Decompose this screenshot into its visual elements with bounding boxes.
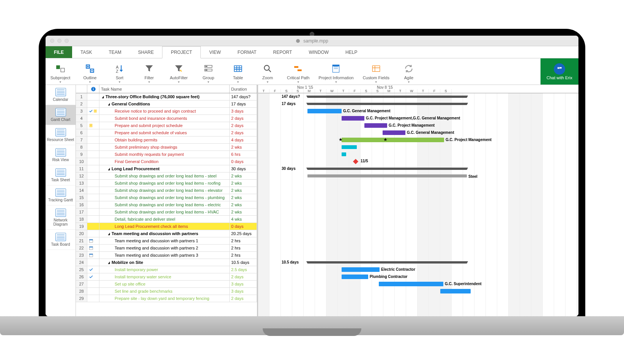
row-number[interactable]: 7	[76, 136, 87, 143]
ribbon-sort[interactable]: AZSort▼	[105, 58, 134, 85]
task-name-cell[interactable]: Long Lead Procurement	[99, 165, 230, 172]
task-row[interactable]: 14Submit shop drawings and order long le…	[76, 187, 257, 194]
ribbon-critical-path[interactable]: Critical Path▼	[282, 58, 314, 85]
traffic-lights[interactable]	[50, 39, 69, 43]
task-name-cell[interactable]: Prepare site - lay down yard and tempora…	[99, 295, 230, 302]
duration-cell[interactable]: 0 days	[230, 223, 257, 230]
duration-cell[interactable]: 2 wks	[230, 180, 257, 187]
row-number[interactable]: 19	[76, 223, 87, 230]
sidebar-tracking-gantt[interactable]: Tracking Gantt	[46, 185, 76, 206]
duration-cell[interactable]: 2.5 days	[230, 266, 257, 273]
row-number[interactable]: 22	[76, 245, 87, 251]
row-number[interactable]: 4	[76, 115, 87, 122]
duration-cell[interactable]: 2 days	[230, 273, 257, 280]
row-number[interactable]: 1	[76, 93, 87, 100]
ribbon-table[interactable]: Table▼	[223, 58, 253, 85]
duration-cell[interactable]: 6 hrs	[230, 151, 257, 158]
summary-bar[interactable]	[307, 103, 467, 105]
task-row[interactable]: 21Team meeting and discussion with partn…	[76, 237, 257, 245]
task-row[interactable]: 9Submit monthly requests for payment6 hr…	[76, 151, 257, 158]
task-row[interactable]: 15Submit shop drawings and order long le…	[76, 194, 257, 201]
duration-cell[interactable]: 2 wks	[230, 144, 257, 151]
task-row[interactable]: 8Submit preliminary shop drawings2 wks	[76, 144, 257, 151]
row-number[interactable]: 15	[76, 194, 87, 201]
task-row[interactable]: 11Long Lead Procurement30 days	[76, 165, 257, 173]
task-bar[interactable]: Electric Contractor	[342, 267, 380, 272]
duration-cell[interactable]: 2 wks	[230, 209, 257, 215]
task-name-cell[interactable]: Prepare and submit schedule of values	[99, 129, 230, 136]
task-name-cell[interactable]: Team meeting and discussion with partner…	[99, 237, 230, 244]
row-number[interactable]: 16	[76, 201, 87, 208]
task-name-cell[interactable]: Three-story Office Building (76,000 squa…	[99, 93, 230, 100]
task-name-cell[interactable]: Submit monthly requests for payment	[99, 151, 230, 158]
ribbon-outline[interactable]: Outline▼	[75, 58, 105, 85]
task-row[interactable]: 24Mobilize on Site10.5 days	[76, 259, 257, 266]
row-number[interactable]: 12	[76, 173, 87, 179]
duration-cell[interactable]: 2 hrs	[230, 245, 257, 251]
task-row[interactable]: 6Prepare and submit schedule of values2 …	[76, 129, 257, 136]
duration-cell[interactable]: 2 days	[230, 295, 257, 302]
task-name-cell[interactable]: Detail, fabricate and deliver steel	[99, 216, 230, 223]
duration-cell[interactable]: 2 wks	[230, 201, 257, 208]
task-row[interactable]: 29Prepare site - lay down yard and tempo…	[76, 295, 257, 302]
duration-cell[interactable]: 17 days	[230, 100, 257, 107]
row-number[interactable]: 24	[76, 259, 87, 266]
menu-tab-project[interactable]: PROJECT	[162, 46, 201, 58]
task-name-cell[interactable]: Set line and grade benchmarks	[99, 288, 230, 295]
task-bar[interactable]: G.C. Project Management	[364, 123, 387, 128]
menu-tab-format[interactable]: FORMAT	[229, 46, 265, 58]
sidebar-risk-view[interactable]: Risk View	[46, 145, 76, 165]
task-bar[interactable]: Steel	[307, 174, 467, 177]
duration-cell[interactable]: 2 hrs	[230, 252, 257, 259]
task-row[interactable]: 12Submit shop drawings and order long le…	[76, 173, 257, 180]
task-name-cell[interactable]: Install temporary water service	[99, 273, 230, 280]
col-taskname[interactable]: Task Name	[99, 85, 230, 93]
row-number[interactable]: 6	[76, 129, 87, 136]
milestone-icon[interactable]	[353, 159, 358, 164]
task-name-cell[interactable]: Long Lead Procurement check all items	[99, 223, 230, 230]
duration-cell[interactable]: 2 wks	[230, 173, 257, 179]
col-rownum[interactable]	[76, 85, 87, 93]
col-duration[interactable]: Duration	[230, 85, 257, 93]
task-name-cell[interactable]: Install temporary power	[99, 266, 230, 273]
menu-tab-window[interactable]: WINDOW	[300, 46, 337, 58]
duration-cell[interactable]: 3 days	[230, 281, 257, 287]
task-row[interactable]: 25Install temporary power2.5 days	[76, 266, 257, 273]
task-row[interactable]: 16Submit shop drawings and order long le…	[76, 201, 257, 209]
row-number[interactable]: 20	[76, 230, 87, 237]
task-name-cell[interactable]: Mobilize on Site	[99, 259, 230, 266]
task-bar[interactable]: G.C. General Management	[307, 109, 342, 113]
task-bar[interactable]: G.C. Superintendent	[379, 282, 443, 286]
row-number[interactable]: 29	[76, 295, 87, 302]
duration-cell[interactable]: 20.25 days	[230, 230, 257, 237]
duration-cell[interactable]: 2 days	[230, 129, 257, 136]
row-number[interactable]: 11	[76, 165, 87, 172]
row-number[interactable]: 28	[76, 288, 87, 295]
task-name-cell[interactable]: Obtain building permits	[99, 136, 230, 143]
row-number[interactable]: 27	[76, 281, 87, 287]
row-number[interactable]: 9	[76, 151, 87, 158]
summary-bar[interactable]	[307, 168, 467, 170]
task-row[interactable]: 1Three-story Office Building (76,000 squ…	[76, 93, 257, 100]
row-number[interactable]: 17	[76, 209, 87, 215]
row-number[interactable]: 13	[76, 180, 87, 187]
task-row[interactable]: 3Receive notice to proceed and sign cont…	[76, 108, 257, 115]
duration-cell[interactable]: 3 days	[230, 288, 257, 295]
sidebar-task-board[interactable]: Task Board	[46, 230, 76, 250]
row-number[interactable]: 2	[76, 100, 87, 107]
duration-cell[interactable]: 3 days	[230, 108, 257, 115]
task-name-cell[interactable]: Submit shop drawings and order long lead…	[99, 201, 230, 208]
col-indicators[interactable]: i	[87, 85, 99, 93]
row-number[interactable]: 14	[76, 187, 87, 194]
task-row[interactable]: 23Team meeting and discussion with partn…	[76, 252, 257, 259]
task-name-cell[interactable]: Final General Condition	[99, 158, 230, 165]
duration-cell[interactable]: 2 days	[230, 122, 257, 129]
task-row[interactable]: 28Set line and grade benchmarks3 days	[76, 288, 257, 295]
task-name-cell[interactable]: Submit shop drawings and order long lead…	[99, 187, 230, 194]
task-row[interactable]: 20Team meeting and discussion with partn…	[76, 230, 257, 237]
task-row[interactable]: 17Submit shop drawings and order long le…	[76, 209, 257, 216]
row-number[interactable]: 26	[76, 273, 87, 280]
duration-cell[interactable]: 2 wks	[230, 187, 257, 194]
ribbon-custom-fields[interactable]: Custom Fields▼	[358, 58, 394, 85]
task-row[interactable]: 26Install temporary water service2 days	[76, 273, 257, 281]
